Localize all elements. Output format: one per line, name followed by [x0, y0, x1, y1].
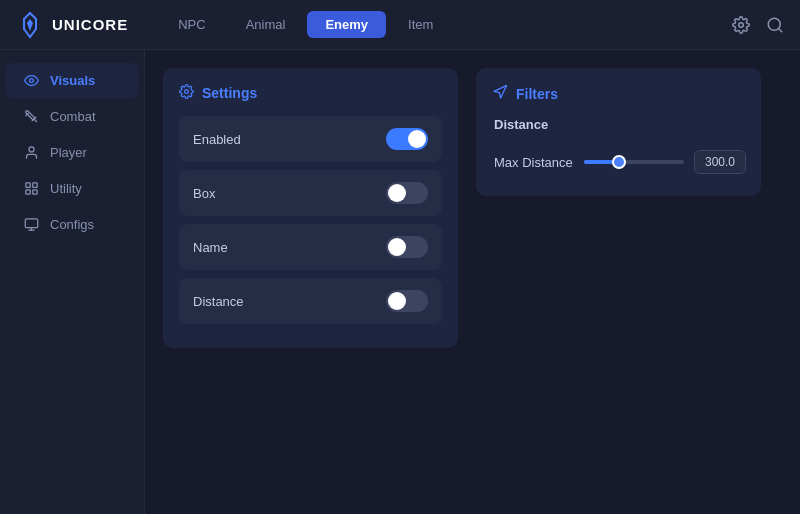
settings-panel-header: Settings — [179, 84, 442, 102]
settings-icon-btn[interactable] — [732, 16, 750, 34]
sidebar-label-utility: Utility — [50, 181, 82, 196]
setting-row-enabled: Enabled — [179, 116, 442, 162]
nav-icons — [732, 16, 784, 34]
logo-area: UNICORE — [16, 11, 128, 39]
toggle-box[interactable] — [386, 182, 428, 204]
filters-panel: Filters Distance Max Distance 300.0 — [476, 68, 761, 196]
setting-label-box: Box — [193, 186, 215, 201]
filter-section-distance-title: Distance — [492, 117, 745, 132]
setting-row-name: Name — [179, 224, 442, 270]
main-layout: Visuals Combat Player — [0, 50, 800, 514]
toggle-knob-distance — [388, 292, 406, 310]
slider-value-max-distance: 300.0 — [694, 150, 746, 174]
filter-label-max-distance: Max Distance — [494, 155, 584, 170]
content-area: Settings Enabled Box Name — [145, 50, 800, 514]
svg-rect-7 — [25, 190, 29, 194]
filters-panel-icon — [492, 84, 508, 103]
sidebar-item-player[interactable]: Player — [6, 135, 138, 170]
logo-text: UNICORE — [52, 16, 128, 33]
setting-row-box: Box — [179, 170, 442, 216]
eye-icon — [22, 73, 40, 88]
sidebar-item-utility[interactable]: Utility — [6, 171, 138, 206]
settings-panel-title: Settings — [202, 85, 257, 101]
svg-rect-5 — [25, 183, 29, 187]
svg-point-4 — [29, 147, 34, 152]
toggle-knob-name — [388, 238, 406, 256]
tab-animal[interactable]: Animal — [228, 11, 304, 38]
toggle-knob-box — [388, 184, 406, 202]
tab-item[interactable]: Item — [390, 11, 451, 38]
sidebar-item-visuals[interactable]: Visuals — [6, 63, 138, 98]
svg-rect-8 — [32, 190, 36, 194]
combat-icon — [22, 109, 40, 124]
search-icon-btn[interactable] — [766, 16, 784, 34]
utility-icon — [22, 181, 40, 196]
player-icon — [22, 145, 40, 160]
toggle-name[interactable] — [386, 236, 428, 258]
tab-enemy[interactable]: Enemy — [307, 11, 386, 38]
sidebar-label-visuals: Visuals — [50, 73, 95, 88]
settings-panel-icon — [179, 84, 194, 102]
sidebar-item-configs[interactable]: Configs — [6, 207, 138, 242]
svg-point-12 — [185, 90, 189, 94]
svg-point-0 — [739, 22, 744, 27]
setting-label-distance: Distance — [193, 294, 244, 309]
svg-line-2 — [778, 28, 781, 31]
logo-icon — [16, 11, 44, 39]
sidebar-label-player: Player — [50, 145, 87, 160]
filters-panel-header: Filters — [492, 84, 745, 103]
filter-row-max-distance: Max Distance 300.0 — [492, 144, 745, 180]
svg-point-3 — [29, 79, 33, 83]
setting-label-name: Name — [193, 240, 228, 255]
toggle-knob-enabled — [408, 130, 426, 148]
slider-container-max-distance: 300.0 — [584, 150, 746, 174]
setting-row-distance: Distance — [179, 278, 442, 324]
svg-rect-9 — [25, 219, 38, 228]
toggle-enabled[interactable] — [386, 128, 428, 150]
settings-panel: Settings Enabled Box Name — [163, 68, 458, 348]
svg-marker-13 — [494, 85, 507, 98]
topnav: UNICORE NPC Animal Enemy Item — [0, 0, 800, 50]
filters-panel-title: Filters — [516, 86, 558, 102]
slider-thumb-max-distance[interactable] — [612, 155, 626, 169]
slider-track-max-distance[interactable] — [584, 160, 684, 164]
sidebar: Visuals Combat Player — [0, 50, 145, 514]
tab-npc[interactable]: NPC — [160, 11, 223, 38]
svg-rect-6 — [32, 183, 36, 187]
sidebar-label-configs: Configs — [50, 217, 94, 232]
sidebar-label-combat: Combat — [50, 109, 96, 124]
sidebar-item-combat[interactable]: Combat — [6, 99, 138, 134]
toggle-distance[interactable] — [386, 290, 428, 312]
nav-tabs: NPC Animal Enemy Item — [160, 11, 732, 38]
setting-label-enabled: Enabled — [193, 132, 241, 147]
configs-icon — [22, 217, 40, 232]
